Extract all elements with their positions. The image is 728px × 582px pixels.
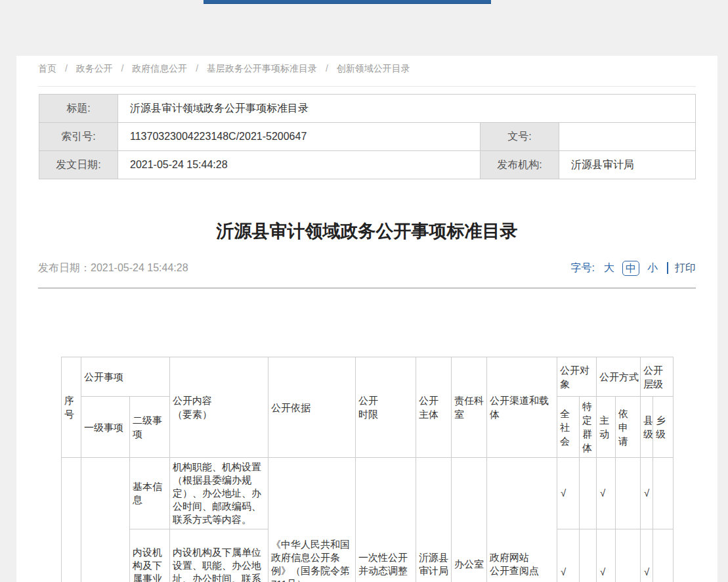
- catalog-header-level1-item: 一级事项: [81, 397, 130, 458]
- catalog-cell-department: 办公室: [452, 458, 487, 582]
- meta-row-title: 标题: 沂源县审计领域政务公开事项标准目录: [39, 95, 696, 123]
- meta-agency-label: 发布机构:: [481, 151, 559, 179]
- top-navbar-fragment: [203, 0, 491, 4]
- breadcrumb-separator: /: [326, 63, 328, 74]
- breadcrumb: 首页 / 政务公开 / 政府信息公开 / 基层政务公开事项标准目录 / 创新领域…: [38, 63, 410, 75]
- catalog-header-county-level: 县 级: [641, 397, 653, 458]
- catalog-header-on-request: 依申 请: [616, 397, 641, 458]
- catalog-header-level: 公开 层级: [641, 357, 674, 397]
- catalog-check-all-society: √: [557, 458, 580, 529]
- font-size-small-button[interactable]: 小: [647, 261, 658, 275]
- catalog-cell-subject: 沂源县 审计局: [416, 458, 452, 582]
- font-size-medium-button[interactable]: 中: [622, 261, 639, 276]
- catalog-header-township-level: 乡 级: [653, 397, 674, 458]
- meta-date-value: 2021-05-24 15:44:28: [118, 151, 481, 179]
- publish-date-label: 发布日期：: [38, 262, 91, 273]
- divider-bar-icon: [667, 262, 668, 274]
- catalog-check-specific-group: [580, 458, 597, 529]
- catalog-cell-level2-item: 基本信 息: [130, 458, 170, 529]
- catalog-check-proactive: √: [597, 458, 616, 529]
- catalog-check-on-request: [616, 458, 641, 529]
- breadcrumb-divider: [38, 86, 696, 87]
- breadcrumb-item-zhengwu[interactable]: 政务公开: [76, 63, 113, 74]
- catalog-table: 序 号 公开事项 公开内容 （要素） 公开依据 公开 时限 公开 主体 责任科 …: [61, 357, 674, 582]
- meta-index-label: 索引号:: [39, 123, 118, 151]
- meta-title-value: 沂源县审计领域政务公开事项标准目录: [118, 95, 696, 123]
- publish-date-value: 2021-05-24 15:44:28: [91, 262, 188, 273]
- catalog-cell-level1-item: [81, 458, 130, 582]
- meta-index-value: 11370323004223148C/2021-5200647: [118, 123, 481, 151]
- catalog-check-county: √: [641, 529, 653, 582]
- catalog-header-basis: 公开依据: [268, 357, 356, 458]
- catalog-cell-channel: 政府网站 公开查阅点: [487, 458, 557, 582]
- breadcrumb-separator: /: [121, 63, 124, 74]
- catalog-header-row-1: 序 号 公开事项 公开内容 （要素） 公开依据 公开 时限 公开 主体 责任科 …: [62, 357, 674, 397]
- catalog-header-proactive: 主 动: [597, 397, 616, 458]
- catalog-header-content: 公开内容 （要素）: [170, 357, 268, 458]
- catalog-cell-serial: [62, 458, 81, 582]
- content-panel: 首页 / 政务公开 / 政府信息公开 / 基层政务公开事项标准目录 / 创新领域…: [16, 56, 717, 582]
- catalog-check-township: [653, 458, 674, 529]
- catalog-cell-content: 机构职能、机构设置 （根据县委编办规 定）、办公地址、办 公时间、邮政编码、 联…: [170, 458, 268, 529]
- catalog-header-time-limit: 公开 时限: [356, 357, 416, 458]
- catalog-header-channel: 公开渠道和载 体: [487, 357, 557, 458]
- page-title: 沂源县审计领域政务公开事项标准目录: [16, 219, 717, 244]
- meta-row-index: 索引号: 11370323004223148C/2021-5200647 文号:: [39, 123, 696, 151]
- catalog-header-department: 责任科 室: [452, 357, 487, 458]
- font-size-label: 字号:: [571, 261, 595, 275]
- publish-date: 发布日期：2021-05-24 15:44:28: [38, 261, 188, 275]
- catalog-check-proactive: √: [597, 529, 616, 582]
- catalog-header-serial: 序 号: [62, 357, 81, 458]
- catalog-header-audience: 公开对 象: [557, 357, 597, 397]
- catalog-header-method: 公开方式: [597, 357, 641, 397]
- catalog-header-specific-group: 特 定 群 体: [580, 397, 597, 458]
- catalog-header-level2-item: 二级事 项: [130, 397, 170, 458]
- breadcrumb-item-chuangxin[interactable]: 创新领域公开目录: [337, 63, 410, 74]
- catalog-cell-content: 内设机构及下属单位 设置、职能、办公地 址、办公时间、联系 方式、负责人姓名等: [170, 529, 268, 582]
- meta-docnum-label: 文号:: [481, 123, 559, 151]
- breadcrumb-separator: /: [65, 63, 68, 74]
- catalog-check-on-request: [616, 529, 641, 582]
- font-size-controls: 字号: 大 中 小 打印: [571, 261, 696, 276]
- catalog-cell-time-limit: 一次性公开 并动态调整: [356, 458, 416, 582]
- catalog-cell-basis: 《中华人民共和国 政府信息公开条 例》（国务院令第 711号）: [268, 458, 356, 582]
- catalog-header-all-society: 全社 会: [557, 397, 580, 458]
- catalog-check-county: √: [641, 458, 653, 529]
- catalog-header-disclosure-items: 公开事项: [81, 357, 170, 397]
- document-meta-table: 标题: 沂源县审计领域政务公开事项标准目录 索引号: 1137032300422…: [39, 94, 696, 179]
- breadcrumb-item-home[interactable]: 首页: [38, 63, 56, 74]
- publish-info-row: 发布日期：2021-05-24 15:44:28 字号: 大 中 小 打印: [38, 259, 696, 277]
- print-button[interactable]: 打印: [675, 261, 696, 275]
- catalog-cell-level2-item: 内设机 构及下 属事业 单位: [130, 529, 170, 582]
- font-size-large-button[interactable]: 大: [604, 261, 614, 275]
- meta-date-label: 发文日期:: [39, 151, 118, 179]
- catalog-check-specific-group: [580, 529, 597, 582]
- catalog-check-all-society: √: [557, 529, 580, 582]
- catalog-data-row-1: 基本信 息 机构职能、机构设置 （根据县委编办规 定）、办公地址、办 公时间、邮…: [62, 458, 674, 529]
- meta-docnum-value: [559, 123, 696, 151]
- meta-agency-value: 沂源县审计局: [559, 151, 696, 179]
- meta-row-date: 发文日期: 2021-05-24 15:44:28 发布机构: 沂源县审计局: [39, 151, 696, 179]
- publish-divider: [38, 288, 696, 288]
- catalog-header-subject: 公开 主体: [416, 357, 452, 458]
- catalog-check-township: [653, 529, 674, 582]
- breadcrumb-item-xinxi[interactable]: 政府信息公开: [132, 63, 187, 74]
- meta-title-label: 标题:: [39, 95, 118, 123]
- breadcrumb-separator: /: [196, 63, 198, 74]
- breadcrumb-item-jiceng[interactable]: 基层政务公开事项标准目录: [207, 63, 317, 74]
